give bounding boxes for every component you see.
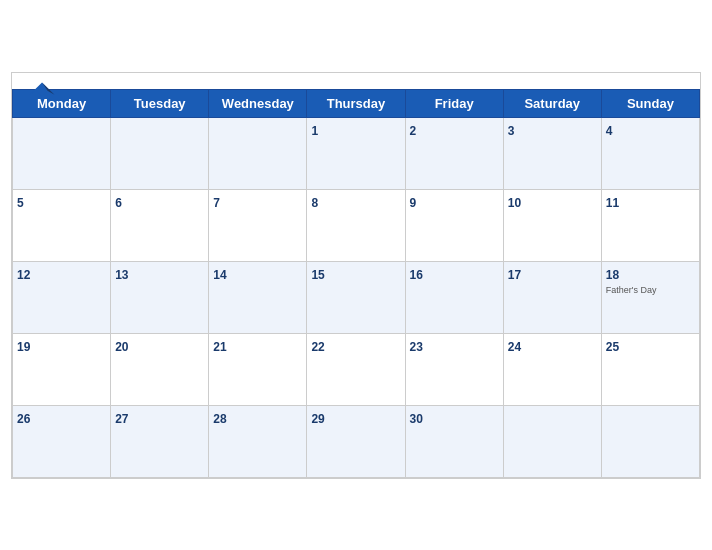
weekday-header-row: Monday Tuesday Wednesday Thursday Friday…	[13, 89, 700, 117]
day-cell: 9	[405, 189, 503, 261]
day-number: 23	[410, 340, 423, 354]
day-number: 26	[17, 412, 30, 426]
day-cell: 17	[503, 261, 601, 333]
logo-bird-icon	[28, 81, 56, 99]
day-cell: 27	[111, 405, 209, 477]
day-number: 11	[606, 196, 619, 210]
day-cell: 12	[13, 261, 111, 333]
day-number: 25	[606, 340, 619, 354]
day-cell: 21	[209, 333, 307, 405]
day-number: 4	[606, 124, 613, 138]
day-number: 9	[410, 196, 417, 210]
day-cell: 25	[601, 333, 699, 405]
day-number: 17	[508, 268, 521, 282]
day-cell: 28	[209, 405, 307, 477]
day-number: 20	[115, 340, 128, 354]
day-cell: 3	[503, 117, 601, 189]
header-wednesday: Wednesday	[209, 89, 307, 117]
logo	[28, 81, 56, 99]
event-label: Father's Day	[606, 285, 695, 296]
day-cell: 20	[111, 333, 209, 405]
day-number: 24	[508, 340, 521, 354]
day-number: 3	[508, 124, 515, 138]
day-cell: 30	[405, 405, 503, 477]
day-number: 2	[410, 124, 417, 138]
day-cell: 6	[111, 189, 209, 261]
day-cell: 11	[601, 189, 699, 261]
day-number: 14	[213, 268, 226, 282]
header-friday: Friday	[405, 89, 503, 117]
day-number: 28	[213, 412, 226, 426]
day-cell: 13	[111, 261, 209, 333]
day-cell	[209, 117, 307, 189]
day-number: 10	[508, 196, 521, 210]
day-cell: 8	[307, 189, 405, 261]
day-cell: 5	[13, 189, 111, 261]
day-cell: 4	[601, 117, 699, 189]
day-number: 19	[17, 340, 30, 354]
day-number: 21	[213, 340, 226, 354]
day-number: 15	[311, 268, 324, 282]
day-number: 8	[311, 196, 318, 210]
day-cell: 23	[405, 333, 503, 405]
week-row-5: 2627282930	[13, 405, 700, 477]
week-row-4: 19202122232425	[13, 333, 700, 405]
day-number: 27	[115, 412, 128, 426]
day-cell: 10	[503, 189, 601, 261]
day-number: 16	[410, 268, 423, 282]
day-cell: 19	[13, 333, 111, 405]
day-cell: 7	[209, 189, 307, 261]
day-number: 29	[311, 412, 324, 426]
calendar-header	[12, 73, 700, 89]
calendar-table: Monday Tuesday Wednesday Thursday Friday…	[12, 89, 700, 478]
week-row-3: 12131415161718Father's Day	[13, 261, 700, 333]
day-number: 7	[213, 196, 220, 210]
week-row-2: 567891011	[13, 189, 700, 261]
day-number: 12	[17, 268, 30, 282]
header-saturday: Saturday	[503, 89, 601, 117]
day-cell	[601, 405, 699, 477]
day-cell: 18Father's Day	[601, 261, 699, 333]
day-cell: 26	[13, 405, 111, 477]
day-cell: 2	[405, 117, 503, 189]
day-number: 6	[115, 196, 122, 210]
day-cell: 24	[503, 333, 601, 405]
day-number: 1	[311, 124, 318, 138]
day-cell: 15	[307, 261, 405, 333]
week-row-1: 1234	[13, 117, 700, 189]
day-number: 22	[311, 340, 324, 354]
header-sunday: Sunday	[601, 89, 699, 117]
day-cell: 22	[307, 333, 405, 405]
day-number: 13	[115, 268, 128, 282]
day-cell: 29	[307, 405, 405, 477]
day-cell: 14	[209, 261, 307, 333]
day-cell	[111, 117, 209, 189]
day-cell: 16	[405, 261, 503, 333]
svg-marker-0	[30, 82, 55, 96]
header-thursday: Thursday	[307, 89, 405, 117]
header-tuesday: Tuesday	[111, 89, 209, 117]
day-cell	[503, 405, 601, 477]
day-cell: 1	[307, 117, 405, 189]
calendar-container: Monday Tuesday Wednesday Thursday Friday…	[11, 72, 701, 479]
day-cell	[13, 117, 111, 189]
day-number: 30	[410, 412, 423, 426]
day-number: 5	[17, 196, 24, 210]
day-number: 18	[606, 268, 619, 282]
